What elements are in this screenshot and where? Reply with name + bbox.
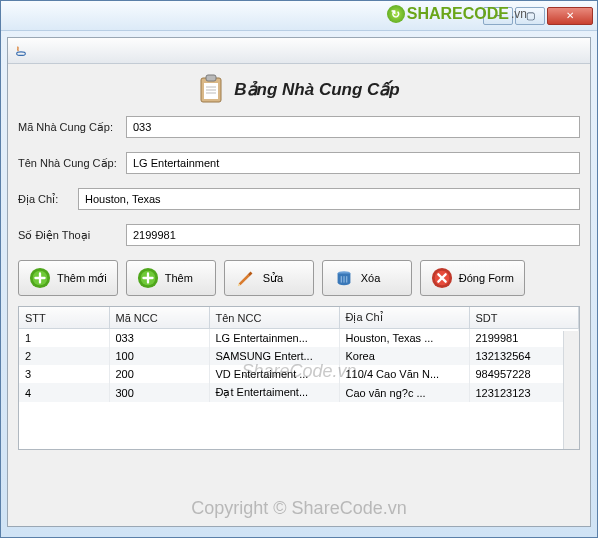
close-form-label: Đóng Form — [459, 272, 514, 284]
logo-tld: .vn — [511, 7, 527, 21]
input-ten-ncc[interactable] — [126, 152, 580, 174]
add-button[interactable]: Thêm — [126, 260, 216, 296]
label-sdt: Số Điện Thoại — [18, 229, 126, 242]
edit-label: Sửa — [263, 272, 283, 285]
trash-icon — [333, 267, 355, 289]
input-sdt[interactable] — [126, 224, 580, 246]
cell-stt: 4 — [19, 383, 109, 402]
cell-diachi: Cao văn ng?c ... — [339, 383, 469, 402]
svg-rect-2 — [206, 75, 216, 81]
outer-window: ─ ▢ ✕ ↻ SHARECODE.vn Bảng Nhà Cung Cấp M… — [0, 0, 598, 538]
table-row[interactable]: 1033LG Entertainmen...Houston, Texas ...… — [19, 329, 579, 348]
cell-diachi: Houston, Texas ... — [339, 329, 469, 348]
table-header-row: STT Mã NCC Tên NCC Địa Chỉ SDT — [19, 307, 579, 329]
cell-ma: 100 — [109, 347, 209, 365]
cell-ten: LG Entertainmen... — [209, 329, 339, 348]
cell-diachi: Korea — [339, 347, 469, 365]
row-dia-chi: Địa Chỉ: — [18, 188, 580, 210]
close-circle-icon — [431, 267, 453, 289]
cell-stt: 1 — [19, 329, 109, 348]
page-title: Bảng Nhà Cung Cấp — [234, 79, 399, 100]
label-ten-ncc: Tên Nhà Cung Cấp: — [18, 157, 126, 170]
cell-ten: VD Entertaiment ... — [209, 365, 339, 383]
label-dia-chi: Địa Chỉ: — [18, 193, 78, 206]
cell-ma: 300 — [109, 383, 209, 402]
delete-label: Xóa — [361, 272, 381, 284]
add-new-button[interactable]: Thêm mới — [18, 260, 118, 296]
inner-window: Bảng Nhà Cung Cấp Mã Nhà Cung Cấp: Tên N… — [7, 37, 591, 527]
delete-button[interactable]: Xóa — [322, 260, 412, 296]
plus-circle-icon — [29, 267, 51, 289]
vertical-scrollbar[interactable] — [563, 331, 579, 449]
form-panel: Bảng Nhà Cung Cấp Mã Nhà Cung Cấp: Tên N… — [8, 64, 590, 456]
col-ma[interactable]: Mã NCC — [109, 307, 209, 329]
table-row[interactable]: 2100SAMSUNG Entert...Korea132132564 — [19, 347, 579, 365]
plus-circle-icon — [137, 267, 159, 289]
svg-point-0 — [17, 51, 26, 55]
data-table-container: STT Mã NCC Tên NCC Địa Chỉ SDT 1033LG En… — [18, 306, 580, 450]
close-button[interactable]: ✕ — [547, 7, 593, 25]
row-sdt: Số Điện Thoại — [18, 224, 580, 246]
toolbar: Thêm mới Thêm Sửa Xóa Đóng Form — [18, 260, 580, 296]
cell-ten: SAMSUNG Entert... — [209, 347, 339, 365]
edit-button[interactable]: Sửa — [224, 260, 314, 296]
label-ma-ncc: Mã Nhà Cung Cấp: — [18, 121, 126, 134]
col-diachi[interactable]: Địa Chỉ — [339, 307, 469, 329]
table-row[interactable]: 4300Đạt Entertaiment...Cao văn ng?c ...1… — [19, 383, 579, 402]
col-stt[interactable]: STT — [19, 307, 109, 329]
cell-diachi: 110/4 Cao Văn N... — [339, 365, 469, 383]
cell-ma: 200 — [109, 365, 209, 383]
sharecode-logo: ↻ SHARECODE.vn — [387, 5, 527, 23]
header: Bảng Nhà Cung Cấp — [18, 74, 580, 104]
cell-stt: 3 — [19, 365, 109, 383]
clipboard-icon — [198, 74, 224, 104]
input-dia-chi[interactable] — [78, 188, 580, 210]
add-new-label: Thêm mới — [57, 272, 107, 285]
cell-ten: Đạt Entertaiment... — [209, 383, 339, 402]
logo-text: SHARECODE — [407, 5, 509, 23]
row-ten-ncc: Tên Nhà Cung Cấp: — [18, 152, 580, 174]
table-row[interactable]: 3200VD Entertaiment ...110/4 Cao Văn N..… — [19, 365, 579, 383]
pencil-icon — [235, 267, 257, 289]
inner-titlebar — [8, 38, 590, 64]
cell-stt: 2 — [19, 347, 109, 365]
col-sdt[interactable]: SDT — [469, 307, 579, 329]
share-icon: ↻ — [387, 5, 405, 23]
close-form-button[interactable]: Đóng Form — [420, 260, 525, 296]
cell-ma: 033 — [109, 329, 209, 348]
java-icon — [14, 44, 28, 58]
col-ten[interactable]: Tên NCC — [209, 307, 339, 329]
svg-rect-3 — [204, 83, 218, 99]
row-ma-ncc: Mã Nhà Cung Cấp: — [18, 116, 580, 138]
input-ma-ncc[interactable] — [126, 116, 580, 138]
data-table: STT Mã NCC Tên NCC Địa Chỉ SDT 1033LG En… — [19, 307, 579, 402]
add-label: Thêm — [165, 272, 193, 284]
